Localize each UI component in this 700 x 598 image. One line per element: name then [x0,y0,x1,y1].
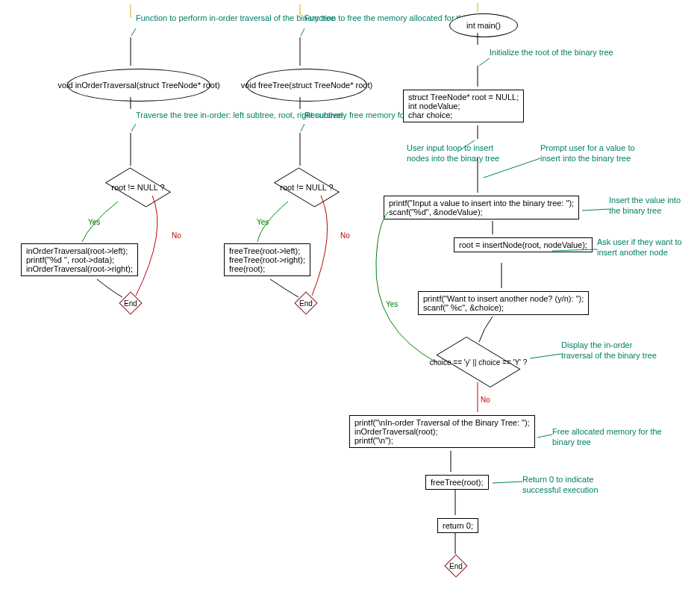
fc3-end-label: End [449,562,463,570]
fc3-yes: Yes [386,300,398,308]
fc3-init: struct TreeNode* root = NULL; int nodeVa… [403,90,524,122]
fc3-init-comment: Initialize the root of the binary tree [490,48,613,58]
fc1-decision-label: root != NULL ? [111,183,164,192]
fc3-prompt: printf("Input a value to insert into the… [384,196,579,219]
fc2-start-label: void freeTree(struct TreeNode* root) [241,81,372,90]
fc2-end-label: End [299,299,313,308]
fc1-start: void inOrderTraversal(struct TreeNode* r… [67,69,210,102]
fc3-ask: printf("Want to insert another node? (y/… [418,291,589,315]
fc1-yes-block: inOrderTraversal(root->left); printf("%d… [21,243,138,276]
fc3-start-label: int main() [466,21,501,30]
fc3-return-comment: Return 0 to indicate successful executio… [522,475,627,496]
fc3-no: No [481,396,490,404]
fc3-end: End [446,555,466,576]
fc1-decision: root != NULL ? [97,169,179,206]
fc2-yes: Yes [257,218,269,226]
fc2-no: No [340,231,350,240]
fc3-display-comment: Display the in-order traversal of the bi… [561,340,666,361]
fc2-yes-block: freeTree(root->left); freeTree(root->rig… [224,243,310,276]
fc3-display: printf("\nIn-order Traversal of the Bina… [349,415,535,448]
fc1-start-label: void inOrderTraversal(struct TreeNode* r… [57,81,219,90]
fc2-end: End [296,293,316,314]
fc2-decision-label: root != NULL ? [280,183,333,192]
fc1-no: No [172,231,181,240]
fc3-ask-comment: Ask user if they want to insert another … [597,237,687,258]
fc1-yes: Yes [88,218,100,226]
fc1-end-label: End [124,299,137,308]
fc3-free: freeTree(root); [425,475,489,490]
fc3-start: int main() [449,13,518,37]
fc3-free-comment: Free allocated memory for the binary tre… [552,427,664,448]
fc1-end: End [120,293,141,314]
fc3-loop-comment: User input loop to insert nodes into the… [407,143,511,164]
fc3-return: return 0; [437,518,478,533]
fc3-decision: choice == 'y' || choice == 'Y' ? [430,343,527,381]
fc3-decision-label: choice == 'y' || choice == 'Y' ? [430,358,528,367]
fc3-prompt-comment: Prompt user for a value to insert into t… [540,143,637,164]
fc3-insert: root = insertNode(root, nodeValue); [454,237,593,252]
fc2-start: void freeTree(struct TreeNode* root) [246,69,367,102]
fc2-decision: root != NULL ? [266,169,348,206]
fc3-insert-comment: Insert the value into the binary tree [609,196,684,217]
